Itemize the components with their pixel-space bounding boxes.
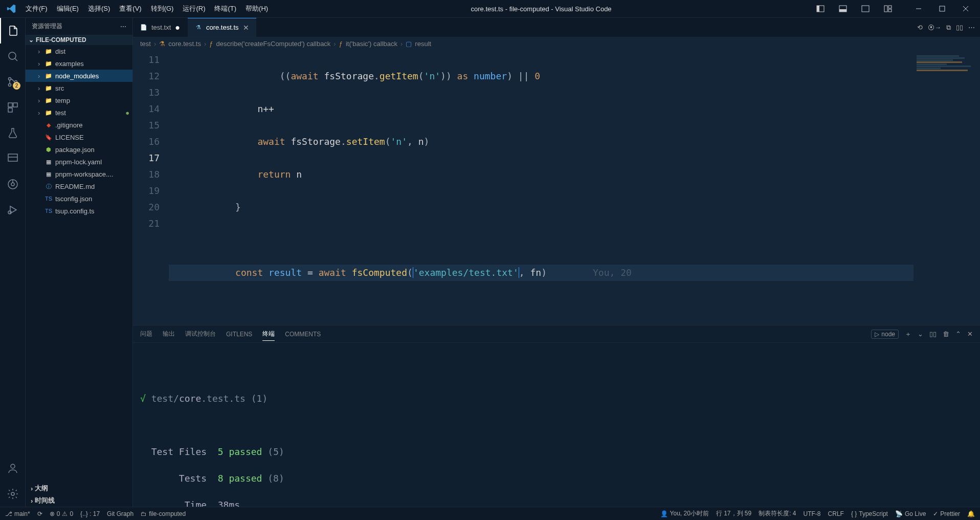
breadcrumb-item[interactable]: describe('createFsComputed') callback bbox=[216, 40, 330, 48]
close-icon[interactable] bbox=[955, 1, 976, 16]
tab-core-test[interactable]: ⚗ core.test.ts ✕ bbox=[188, 18, 257, 37]
tree-item-dist[interactable]: ›📁dist bbox=[26, 45, 132, 57]
maximize-icon[interactable] bbox=[932, 1, 952, 16]
activity-account-icon[interactable] bbox=[0, 456, 26, 481]
timeline-section[interactable]: ›时间线 bbox=[26, 494, 132, 507]
sb-folder[interactable]: 🗀file-computed bbox=[141, 510, 186, 517]
breadcrumb-item[interactable]: it('basic') callback bbox=[346, 40, 397, 48]
split-terminal-icon[interactable]: ▯▯ bbox=[929, 330, 937, 338]
terminal-name: node bbox=[881, 331, 895, 338]
terminal-dropdown-icon[interactable]: ⌄ bbox=[918, 330, 923, 338]
compare-icon[interactable]: ⧉ bbox=[946, 24, 951, 32]
sb-position[interactable]: 行 17，列 59 bbox=[716, 509, 751, 518]
tree-label: pnpm-workspace.... bbox=[55, 170, 113, 178]
run-last-icon[interactable]: ⟲ bbox=[917, 24, 923, 31]
activity-settings-icon[interactable] bbox=[0, 481, 26, 507]
menu-edit[interactable]: 编辑(E) bbox=[53, 2, 83, 15]
breadcrumb-item[interactable]: core.test.ts bbox=[168, 40, 201, 48]
new-terminal-icon[interactable]: ＋ bbox=[905, 330, 911, 339]
tree-item-test[interactable]: ›📁test● bbox=[26, 106, 132, 119]
tree-item-src[interactable]: ›📁src bbox=[26, 82, 132, 94]
minimap[interactable] bbox=[914, 50, 980, 325]
menu-run[interactable]: 运行(R) bbox=[179, 2, 209, 15]
activity-scm-icon[interactable]: 2 bbox=[0, 69, 26, 95]
activity-debug-icon[interactable] bbox=[0, 197, 26, 223]
customize-layout-icon[interactable] bbox=[878, 1, 898, 16]
activity-gitlens-icon[interactable] bbox=[0, 171, 26, 197]
menu-selection[interactable]: 选择(S) bbox=[84, 2, 114, 15]
tree-item-examples[interactable]: ›📁examples bbox=[26, 57, 132, 70]
terminal-selector[interactable]: ▷node bbox=[871, 330, 899, 339]
activity-test-icon[interactable] bbox=[0, 120, 26, 146]
breadcrumb[interactable]: test› ⚗core.test.ts› ƒdescribe('createFs… bbox=[133, 37, 980, 50]
sb-blame[interactable]: 👤You, 20小时前 bbox=[660, 509, 709, 518]
panel-tab-problems[interactable]: 问题 bbox=[140, 328, 152, 340]
tree-label: tsup.config.ts bbox=[55, 207, 95, 215]
menu-view[interactable]: 查看(V) bbox=[115, 2, 145, 15]
minimize-icon[interactable] bbox=[908, 1, 929, 16]
breadcrumb-item[interactable]: test bbox=[140, 40, 151, 48]
layout-left-icon[interactable] bbox=[810, 1, 831, 16]
activity-remote-icon[interactable] bbox=[0, 146, 26, 171]
code-editor[interactable]: 11 12 13 14 15 16 17 18 19 20 21 ((await… bbox=[133, 50, 980, 325]
outline-section[interactable]: ›大纲 bbox=[26, 482, 132, 494]
close-icon[interactable]: ✕ bbox=[243, 24, 249, 32]
breadcrumb-item[interactable]: result bbox=[415, 40, 431, 48]
tree-item-temp[interactable]: ›📁temp bbox=[26, 94, 132, 106]
maximize-panel-icon[interactable]: ⌃ bbox=[955, 330, 961, 338]
menu-file[interactable]: 文件(F) bbox=[21, 2, 52, 15]
go-back-icon[interactable]: ⦿→ bbox=[928, 24, 941, 31]
tree-item-pnpm-lock[interactable]: ▦pnpm-lock.yaml bbox=[26, 156, 132, 168]
sb-brackets[interactable]: {..} : 17 bbox=[80, 510, 100, 517]
more-icon[interactable]: ⋯ bbox=[968, 24, 975, 31]
sidebar-more-icon[interactable]: ⋯ bbox=[120, 23, 126, 30]
kill-terminal-icon[interactable]: 🗑 bbox=[943, 330, 949, 338]
panel-tab-terminal[interactable]: 终端 bbox=[262, 328, 275, 341]
scm-badge: 2 bbox=[13, 82, 20, 90]
tree-item-tsup[interactable]: TStsup.config.ts bbox=[26, 205, 132, 217]
code-content[interactable]: ((await fsStorage.getItem('n')) as numbe… bbox=[169, 50, 914, 325]
activity-search-icon[interactable] bbox=[0, 44, 26, 69]
tree-item-readme[interactable]: ⓘREADME.md bbox=[26, 180, 132, 192]
menu-go[interactable]: 转到(G) bbox=[147, 2, 178, 15]
sb-notifications-icon[interactable]: 🔔 bbox=[967, 510, 975, 517]
close-panel-icon[interactable]: ✕ bbox=[967, 330, 973, 338]
split-icon[interactable]: ▯▯ bbox=[956, 24, 963, 31]
terminal-icon: ▷ bbox=[875, 331, 879, 338]
tab-test-txt[interactable]: 📄 test.txt ● bbox=[133, 18, 188, 37]
file-tree: ›📁dist ›📁examples ›📁node_modules ›📁src ›… bbox=[26, 45, 132, 482]
layout-controls bbox=[810, 1, 898, 16]
activity-extensions-icon[interactable] bbox=[0, 95, 26, 120]
tree-item-license[interactable]: 🔖LICENSE bbox=[26, 131, 132, 143]
sb-problems[interactable]: ⊗0 ⚠0 bbox=[50, 510, 73, 517]
terminal-output[interactable]: √ test/core.test.ts (1) Test Files 5 pas… bbox=[133, 343, 980, 520]
activity-explorer-icon[interactable] bbox=[0, 18, 26, 44]
sb-language[interactable]: { }TypeScript bbox=[851, 510, 888, 517]
panel-tab-comments[interactable]: COMMENTS bbox=[285, 329, 321, 340]
layout-bottom-icon[interactable] bbox=[833, 1, 853, 16]
tree-item-tsconfig[interactable]: TStsconfig.json bbox=[26, 192, 132, 205]
sb-branch[interactable]: ⎇main* bbox=[5, 510, 30, 517]
sb-encoding[interactable]: UTF-8 bbox=[804, 510, 821, 517]
menu-terminal[interactable]: 终端(T) bbox=[210, 2, 240, 15]
sb-prettier[interactable]: ✓Prettier bbox=[933, 510, 960, 517]
svg-rect-20 bbox=[8, 108, 12, 112]
sb-tabsize[interactable]: 制表符长度: 4 bbox=[759, 509, 796, 518]
tree-item-pnpm-workspace[interactable]: ▦pnpm-workspace.... bbox=[26, 168, 132, 180]
layout-right-icon[interactable] bbox=[855, 1, 876, 16]
sb-eol[interactable]: CRLF bbox=[828, 510, 844, 517]
tree-label: temp bbox=[55, 97, 70, 104]
panel-tab-output[interactable]: 输出 bbox=[163, 328, 175, 340]
sb-sync[interactable]: ⟳ bbox=[37, 510, 42, 517]
tree-label: test bbox=[55, 109, 66, 117]
flask-icon: ⚗ bbox=[195, 24, 202, 31]
panel-tab-gitlens[interactable]: GITLENS bbox=[226, 329, 252, 340]
menu-help[interactable]: 帮助(H) bbox=[241, 2, 272, 15]
panel-tab-debug[interactable]: 调试控制台 bbox=[185, 328, 216, 340]
sb-golive[interactable]: 📡Go Live bbox=[895, 510, 926, 517]
tree-item-node-modules[interactable]: ›📁node_modules bbox=[26, 70, 132, 82]
tree-item-gitignore[interactable]: ◆.gitignore bbox=[26, 119, 132, 131]
folder-header[interactable]: ⌄ FILE-COMPUTED bbox=[26, 35, 132, 45]
sb-gitgraph[interactable]: Git Graph bbox=[107, 510, 133, 517]
tree-item-package-json[interactable]: ⬢package.json bbox=[26, 143, 132, 156]
